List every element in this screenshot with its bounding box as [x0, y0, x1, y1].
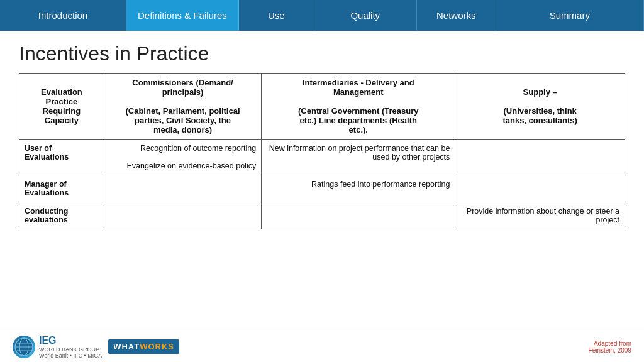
globe-svg: [14, 337, 34, 357]
footer-logos: IEG WORLD BANK GROUP World Bank • IFC • …: [13, 335, 179, 359]
nav-summary[interactable]: Summary: [496, 0, 644, 31]
table-row-conducting: Conductingevaluations Provide informatio…: [19, 202, 625, 229]
nav-definitions-label: Definitions & Failures: [138, 10, 227, 21]
cell-user-commissioners: Recognition of outcome reporting Evangel…: [104, 140, 261, 175]
cell-conducting-commissioners: [104, 202, 261, 229]
attribution-text: Adapted from Feinstein, 2009: [589, 340, 631, 354]
row-label-conducting: Conductingevaluations: [19, 202, 104, 229]
footer: IEG WORLD BANK GROUP World Bank • IFC • …: [0, 331, 644, 362]
ieg-globe-icon: [13, 336, 35, 358]
header-cell-0: EvaluationPracticeRequiringCapacity: [19, 74, 104, 140]
nav-summary-label: Summary: [550, 10, 590, 21]
nav-quality-label: Quality: [350, 10, 380, 21]
whatworks-logo: WHATWORKS: [108, 339, 179, 354]
cell-manager-commissioners: [104, 175, 261, 202]
whatworks-what: WHAT: [113, 342, 140, 351]
ieg-text: IEG WORLD BANK GROUP World Bank • IFC • …: [39, 335, 102, 359]
nav-quality[interactable]: Quality: [314, 0, 417, 31]
header-cell-2: Intermediaries - Delivery andManagement …: [262, 74, 455, 140]
cell-manager-supply: [455, 175, 625, 202]
nav-definitions[interactable]: Definitions & Failures: [126, 0, 239, 31]
cell-manager-intermediaries: Ratings feed into performance reporting: [262, 175, 455, 202]
cell-conducting-intermediaries: [262, 202, 455, 229]
nav-intro-label: Introduction: [38, 10, 87, 21]
cell-user-intermediaries: New information on project performance t…: [262, 140, 455, 175]
row-label-manager: Manager ofEvaluations: [19, 175, 104, 202]
worldbank-group-label: WORLD BANK GROUP: [39, 346, 102, 353]
navigation: Introduction Definitions & Failures Use …: [0, 0, 644, 31]
main-content: Incentives in Practice EvaluationPractic…: [0, 31, 644, 331]
table-header-row: EvaluationPracticeRequiringCapacity Comm…: [19, 74, 625, 140]
nav-networks[interactable]: Networks: [417, 0, 496, 31]
header-cell-1: Commissioners (Demand/principals) (Cabin…: [104, 74, 261, 140]
worldbank-sub-label: World Bank • IFC • MIGA: [39, 353, 102, 359]
page-title: Incentives in Practice: [19, 42, 625, 65]
ieg-logo: IEG WORLD BANK GROUP World Bank • IFC • …: [13, 335, 102, 359]
nav-networks-label: Networks: [436, 10, 476, 21]
cell-user-supply: [455, 140, 625, 175]
nav-use[interactable]: Use: [239, 0, 314, 31]
ieg-main-label: IEG: [39, 335, 102, 346]
nav-use-label: Use: [268, 10, 285, 21]
table-row-manager: Manager ofEvaluations Ratings feed into …: [19, 175, 625, 202]
table-row-user: User ofEvaluations Recognition of outcom…: [19, 140, 625, 175]
row-label-user: User ofEvaluations: [19, 140, 104, 175]
header-cell-3: Supply – (Universities, thinktanks, cons…: [455, 74, 625, 140]
whatworks-works: WORKS: [140, 342, 174, 351]
incentives-table: EvaluationPracticeRequiringCapacity Comm…: [19, 73, 625, 229]
footer-attribution: Adapted from Feinstein, 2009: [589, 340, 631, 354]
nav-introduction[interactable]: Introduction: [0, 0, 126, 31]
cell-conducting-supply: Provide information about change or stee…: [455, 202, 625, 229]
